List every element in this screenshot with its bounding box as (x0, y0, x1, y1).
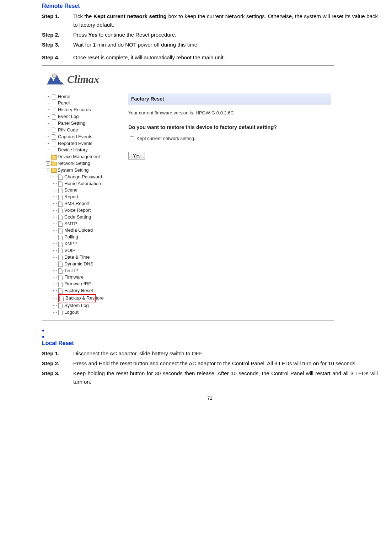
tree-dots-icon: ⋯ (52, 214, 57, 221)
tree-item[interactable]: ⋯Firmware (45, 274, 120, 281)
tree-folder[interactable]: +Device Management (45, 154, 120, 160)
tree-item[interactable]: ⋯Polling (45, 234, 120, 241)
local-step-1: Step 1. Disconnect the AC adaptor, slide… (42, 349, 378, 358)
tree-item[interactable]: ⋯SMS Report (45, 200, 120, 207)
expander-icon[interactable]: + (46, 161, 50, 166)
tree-item[interactable]: ⋯Media Upload (45, 227, 120, 234)
tree-item-label: XMPP (64, 241, 77, 247)
step-text: Press and Hold the reset button and conn… (73, 359, 378, 368)
local-step-2: Step 2. Press and Hold the reset button … (42, 359, 378, 368)
step-text: Wait for 1 min and do NOT power off duri… (73, 41, 378, 49)
tree-item-label: Panel Setting (58, 120, 85, 127)
tree-item-label: Network Setting (58, 160, 90, 167)
tree-dots-icon: ⋯ (52, 261, 57, 268)
climax-logo-icon (46, 72, 65, 86)
file-icon (58, 255, 63, 260)
page-number: 72 (42, 395, 378, 402)
tree-item-label: Date & Time (64, 254, 90, 261)
tree-item[interactable]: ⋯Scene (45, 187, 120, 194)
tree-item[interactable]: ⋯XMPP (45, 241, 120, 247)
firmware-version-line: Your current firmware version is: HPGW-G… (128, 109, 331, 117)
tree-dots-icon: ⋯ (52, 247, 57, 254)
tree-dots-icon: ⋯ (52, 194, 57, 200)
text-fragment: Your current firmware version is: (128, 110, 196, 115)
tree-item[interactable]: ⋯PIN Code (45, 127, 120, 134)
tree-item-label: Event Log (58, 113, 79, 120)
tree-item[interactable]: ⋯Dynamic DNS (45, 261, 120, 268)
tree-dots-icon: ⋯ (46, 93, 51, 100)
yes-button[interactable]: Yes (128, 152, 145, 160)
tree-item[interactable]: ⋯Firmware/RF (45, 281, 120, 287)
tree-dots-icon: ⋯ (52, 309, 57, 316)
file-icon (58, 268, 63, 273)
tree-item-label: PIN Code (58, 127, 78, 134)
tree-dots-icon: ⋯ (46, 127, 51, 134)
tree-item-label: SMTP (64, 221, 77, 227)
tree-item[interactable]: ⋯Date & Time (45, 254, 120, 261)
tree-item[interactable]: ⋯Home (45, 93, 120, 100)
tree-item[interactable]: ⋯VOIP (45, 247, 120, 254)
tree-item[interactable]: ⋯Panel Setting (45, 120, 120, 127)
tree-item[interactable]: ⋯Factory Reset (45, 287, 120, 294)
local-step-3: Step 3. Keep holding the reset button fo… (42, 369, 378, 386)
tree-item-label: Backup & Res (65, 295, 95, 302)
tree-folder[interactable]: -System Setting (45, 167, 120, 174)
remote-reset-title: Remote Reset (42, 1, 378, 11)
tree-item-label: Polling (64, 234, 78, 241)
step-text: Once reset is complete, it will automati… (73, 53, 378, 62)
svg-point-0 (52, 74, 57, 78)
tree-item[interactable]: ⋯Logout (45, 309, 120, 316)
file-icon (58, 282, 63, 287)
remote-step-2: Step 2. Press Yes to continue the Reset … (42, 31, 378, 39)
file-icon (52, 94, 57, 99)
tree-item[interactable]: ⋯Test IP (45, 268, 120, 274)
tree-item[interactable]: ⋯Change Password (45, 174, 120, 181)
tree-item-label: VOIP (64, 247, 75, 254)
step-text: Keep holding the reset button for 30 sec… (73, 369, 378, 386)
tree-item[interactable]: ⋯Home Automation (45, 181, 120, 187)
text-fragment: Press (73, 32, 88, 38)
main-pane: Factory Reset Your current firmware vers… (120, 93, 331, 160)
expander-icon[interactable]: + (46, 155, 50, 159)
tree-folder[interactable]: +Network Setting (45, 160, 120, 167)
panel-header: Factory Reset (128, 93, 331, 104)
tree-dots-icon: ⋯ (52, 200, 57, 207)
tree-item[interactable]: ⋯Code Setting (45, 214, 120, 221)
tree-item-highlighted[interactable]: ⋯Backup & Restore (45, 294, 120, 302)
checkbox-label: Kept current network setting. (136, 135, 195, 142)
tree-dots-icon: ⋯ (52, 287, 57, 294)
tree-item[interactable]: ⋯Captured Events (45, 134, 120, 140)
keep-network-row: Kept current network setting. (128, 135, 331, 142)
expander-icon[interactable]: - (46, 168, 50, 172)
tree-item[interactable]: ⋯Report (45, 194, 120, 200)
tree-item[interactable]: ⋯Voice Report (45, 207, 120, 214)
tree-item[interactable]: ⋯History Records (45, 107, 120, 113)
keep-network-checkbox[interactable] (130, 136, 134, 141)
tree-item[interactable]: ⋯Panel (45, 100, 120, 107)
remote-step-3: Step 3. Wait for 1 min and do NOT power … (42, 41, 378, 49)
file-icon (52, 128, 57, 133)
tree-item[interactable]: ⋯Device History (45, 147, 120, 154)
bullet-icon: •• (42, 327, 44, 340)
tree-item-label: Device History (58, 147, 88, 154)
tree-dots-icon: ⋯ (52, 268, 57, 274)
folder-icon (51, 168, 57, 173)
tree-dots-icon: ⋯ (52, 241, 57, 247)
tree-item[interactable]: ⋯Reported Events (45, 140, 120, 147)
tree-dots-icon: ⋯ (46, 107, 51, 113)
folder-icon (51, 161, 57, 166)
tree-item-label: Report (64, 194, 78, 200)
tree-item-label: System Setting (58, 167, 88, 174)
tree-item[interactable]: ⋯System Log (45, 302, 120, 309)
file-icon (52, 134, 57, 139)
file-icon (58, 174, 63, 179)
tree-item[interactable]: ⋯SMTP (45, 221, 120, 227)
tree-item[interactable]: ⋯Event Log (45, 113, 120, 120)
tree-dots-icon: ⋯ (52, 181, 57, 187)
step-label: Step 1. (42, 349, 73, 358)
app-screenshot: Climax ⋯Home⋯Panel⋯History Records⋯Event… (42, 65, 334, 321)
file-icon (58, 242, 63, 247)
tree-dots-icon: ⋯ (52, 281, 57, 287)
tree-item-label: System Log (64, 302, 89, 309)
tree-item-label: Firmware (64, 274, 84, 281)
